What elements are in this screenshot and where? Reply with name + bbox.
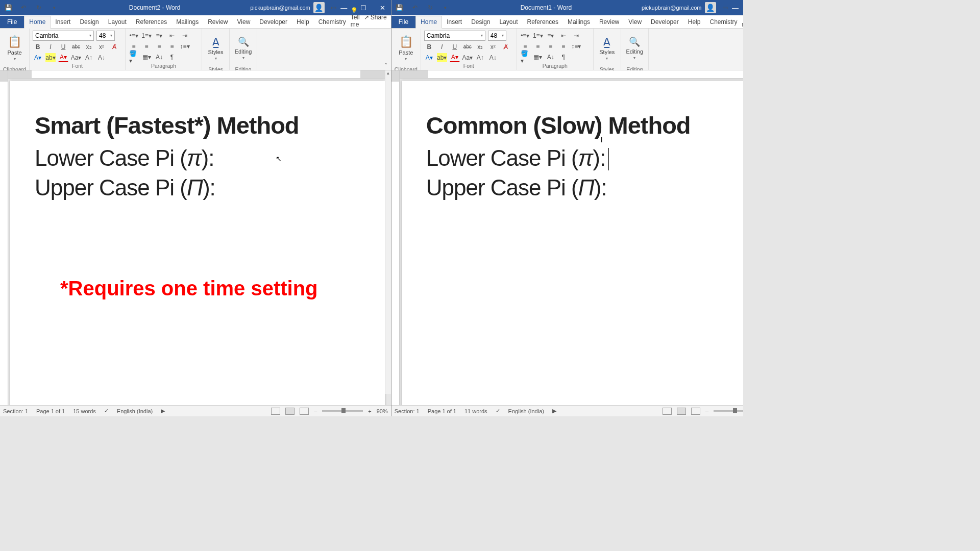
subscript-button[interactable]: x₂ xyxy=(84,42,94,52)
undo-icon[interactable]: ↶ xyxy=(18,3,29,12)
tab-design[interactable]: Design xyxy=(467,16,495,28)
justify-button[interactable]: ≡ xyxy=(167,42,177,51)
zoom-in-button[interactable]: + xyxy=(368,408,371,414)
minimize-icon[interactable]: — xyxy=(339,4,349,12)
vertical-ruler[interactable] xyxy=(0,70,8,405)
font-size-selector[interactable]: 48▾ xyxy=(96,31,115,41)
vertical-scrollbar[interactable]: ▴ xyxy=(385,70,391,394)
tab-mailings[interactable]: Mailings xyxy=(563,16,595,28)
numbering-button[interactable]: 1≡▾ xyxy=(141,31,152,40)
multilevel-button[interactable]: ≡▾ xyxy=(154,31,164,40)
change-case-button[interactable]: Aa▾ xyxy=(71,53,81,62)
undo-icon[interactable]: ↶ xyxy=(410,3,420,12)
clear-format-button[interactable]: A̸ xyxy=(501,42,511,52)
tab-file[interactable]: File xyxy=(0,16,24,28)
align-center-button[interactable]: ≡ xyxy=(141,42,152,51)
align-right-button[interactable]: ≡ xyxy=(546,42,556,51)
tab-file[interactable]: File xyxy=(391,16,415,28)
show-marks-button[interactable]: ¶ xyxy=(167,53,177,62)
align-right-button[interactable]: ≡ xyxy=(154,42,164,51)
tab-layout[interactable]: Layout xyxy=(104,16,131,28)
read-mode-icon[interactable] xyxy=(271,408,280,415)
ribbon-display-icon[interactable]: ▭ xyxy=(329,3,339,12)
print-layout-icon[interactable] xyxy=(677,408,686,415)
status-language[interactable]: English (India) xyxy=(117,408,153,414)
tab-help[interactable]: Help xyxy=(683,16,705,28)
justify-button[interactable]: ≡ xyxy=(558,42,569,51)
status-section[interactable]: Section: 1 xyxy=(3,408,28,414)
avatar-icon[interactable]: 👤 xyxy=(705,2,716,13)
macro-icon[interactable]: ▶ xyxy=(552,408,556,414)
strikethrough-button[interactable]: abc xyxy=(71,42,81,52)
grow-font-button[interactable]: A↑ xyxy=(475,53,485,62)
strikethrough-button[interactable]: abc xyxy=(462,42,473,52)
styles-button[interactable]: A̲Styles▾ xyxy=(597,30,618,66)
shrink-font-button[interactable]: A↓ xyxy=(96,53,107,62)
shrink-font-button[interactable]: A↓ xyxy=(488,53,498,62)
account-email[interactable]: pickupbrain@gmail.com xyxy=(642,5,702,11)
tab-review[interactable]: Review xyxy=(595,16,624,28)
tab-view[interactable]: View xyxy=(233,16,255,28)
avatar-icon[interactable]: 👤 xyxy=(313,2,325,13)
shading-button[interactable]: 🪣▾ xyxy=(520,53,530,62)
document-page[interactable]: Smart (Fastest*) Method Lower Case Pi (π… xyxy=(10,81,385,405)
web-layout-icon[interactable] xyxy=(300,408,309,415)
text-effects-button[interactable]: A▾ xyxy=(33,53,43,62)
spellcheck-icon[interactable]: ✓ xyxy=(496,408,500,414)
ribbon-display-icon[interactable]: ▭ xyxy=(720,3,730,12)
clear-format-button[interactable]: A̸ xyxy=(109,42,119,52)
macro-icon[interactable]: ▶ xyxy=(161,408,165,414)
collapse-ribbon-icon[interactable]: ⌃ xyxy=(384,62,388,68)
tab-references[interactable]: References xyxy=(131,16,172,28)
grow-font-button[interactable]: A↑ xyxy=(84,53,94,62)
zoom-out-button[interactable]: – xyxy=(705,408,708,414)
increase-indent-button[interactable]: ⇥ xyxy=(571,31,581,40)
document-page[interactable]: Common (Slow) Method Lower Case Pi (π): … xyxy=(402,81,743,405)
qat-customize-icon[interactable]: ▾ xyxy=(49,3,59,12)
italic-button[interactable]: I xyxy=(45,42,56,52)
status-section[interactable]: Section: 1 xyxy=(395,408,420,414)
bold-button[interactable]: B xyxy=(33,42,43,52)
tab-developer[interactable]: Developer xyxy=(646,16,683,28)
font-color-button[interactable]: A▾ xyxy=(450,53,460,62)
tab-home[interactable]: Home xyxy=(24,16,51,29)
superscript-button[interactable]: x² xyxy=(96,42,107,52)
horizontal-ruler[interactable] xyxy=(400,70,743,79)
paste-button[interactable]: 📋Paste▾ xyxy=(395,30,418,66)
tab-help[interactable]: Help xyxy=(292,16,314,28)
share-button[interactable]: Share xyxy=(364,14,387,21)
tab-chemistry[interactable]: Chemistry xyxy=(314,16,351,28)
save-icon[interactable]: 💾 xyxy=(395,3,405,12)
tab-layout[interactable]: Layout xyxy=(495,16,523,28)
zoom-slider[interactable] xyxy=(322,410,363,412)
bullets-button[interactable]: •≡▾ xyxy=(520,31,530,40)
font-name-selector[interactable]: Cambria▾ xyxy=(424,31,485,41)
multilevel-button[interactable]: ≡▾ xyxy=(546,31,556,40)
status-words[interactable]: 11 words xyxy=(464,408,487,414)
minimize-icon[interactable]: — xyxy=(730,4,741,12)
horizontal-ruler[interactable] xyxy=(8,70,391,79)
superscript-button[interactable]: x² xyxy=(488,42,498,52)
tab-home[interactable]: Home xyxy=(415,16,442,29)
italic-button[interactable]: I xyxy=(437,42,447,52)
tab-insert[interactable]: Insert xyxy=(442,16,467,28)
decrease-indent-button[interactable]: ⇤ xyxy=(558,31,569,40)
tab-insert[interactable]: Insert xyxy=(51,16,75,28)
qat-customize-icon[interactable]: ▾ xyxy=(440,3,451,12)
line-spacing-button[interactable]: ↕≡▾ xyxy=(571,42,581,51)
font-color-button[interactable]: A▾ xyxy=(58,53,68,62)
borders-button[interactable]: ▦▾ xyxy=(533,53,543,62)
styles-button[interactable]: A̲Styles▾ xyxy=(205,30,226,66)
numbering-button[interactable]: 1≡▾ xyxy=(533,31,543,40)
vertical-ruler[interactable] xyxy=(391,70,400,405)
increase-indent-button[interactable]: ⇥ xyxy=(180,31,190,40)
align-center-button[interactable]: ≡ xyxy=(533,42,543,51)
tab-chemistry[interactable]: Chemistry xyxy=(705,16,742,28)
tab-design[interactable]: Design xyxy=(75,16,103,28)
tell-me-search[interactable]: Tell me xyxy=(351,7,360,28)
subscript-button[interactable]: x₂ xyxy=(475,42,485,52)
font-size-selector[interactable]: 48▾ xyxy=(488,31,506,41)
editing-button[interactable]: 🔍Editing▾ xyxy=(624,30,645,66)
save-icon[interactable]: 💾 xyxy=(3,3,13,12)
paste-button[interactable]: 📋Paste▾ xyxy=(3,30,26,66)
